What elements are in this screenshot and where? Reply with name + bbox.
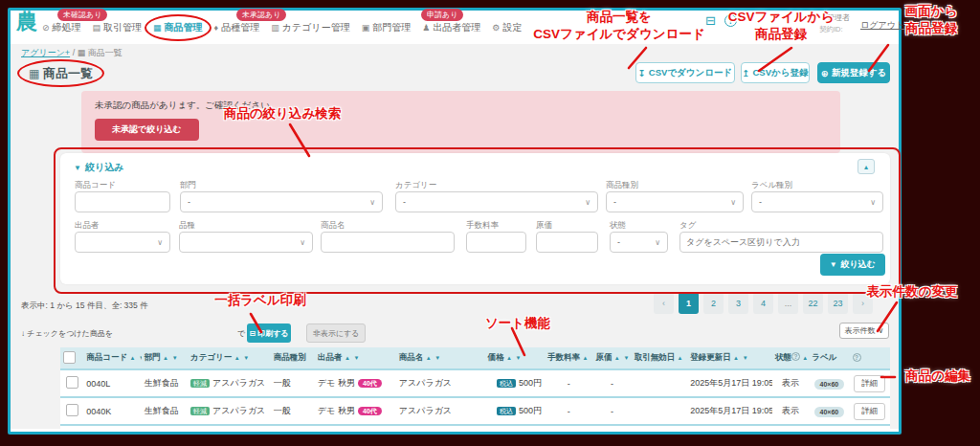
- cell-type: 一般: [271, 425, 315, 429]
- csv-download-button[interactable]: ↧CSVでダウンロード: [635, 62, 735, 83]
- nav-item-hinshu-kanri[interactable]: ♦品種管理: [214, 21, 260, 34]
- printer-icon[interactable]: ⊟: [705, 14, 716, 27]
- seller-select[interactable]: ∨: [75, 232, 170, 253]
- breadcrumb-separator: /: [73, 48, 76, 57]
- sort-icons[interactable]: ▲ ▼: [426, 355, 442, 361]
- nav-item-settings[interactable]: ⚙設定: [492, 21, 522, 34]
- field-label: ラベル種別: [751, 180, 792, 191]
- result-count-text: 表示中: 1 から 15 件目、全: 335 件: [21, 301, 148, 312]
- sort-icons[interactable]: ▲ ▼: [234, 355, 251, 361]
- filter-unapproved-button[interactable]: 未承認で絞り込む: [95, 119, 199, 141]
- department-select[interactable]: -∨: [180, 191, 383, 212]
- nav-item-shohin-kanri[interactable]: ▦商品管理: [153, 21, 203, 34]
- cell-invalid-date: [632, 425, 687, 429]
- field-label: 品種: [179, 220, 195, 232]
- table-row[interactable]: 0040L 生鮮食品 軽減アスパラガス 一般 デモ 秋男40代 アスパラガス 税…: [60, 369, 890, 397]
- variety-select[interactable]: ∨: [179, 232, 313, 253]
- cell-updated: 2025年5月17日 19:04: [687, 425, 772, 429]
- sort-icons[interactable]: ▲ ▼: [614, 355, 631, 361]
- logout-link[interactable]: ログアウト: [860, 19, 904, 32]
- people-icon: ♟: [422, 23, 430, 33]
- pagination-page-23[interactable]: 23: [828, 292, 848, 314]
- field-label: 商品種別: [606, 180, 638, 191]
- tags-input[interactable]: [679, 232, 883, 253]
- field-label: タグ: [679, 220, 696, 232]
- pagination-page-2[interactable]: 2: [703, 292, 724, 314]
- cell-name: いちごさん: [396, 425, 485, 429]
- nav-item-category-kanri[interactable]: ▥カテゴリー管理: [271, 21, 349, 34]
- select-all-checkbox[interactable]: [63, 351, 76, 364]
- annotation-circle-title: ▦ 商品一覧: [17, 59, 104, 87]
- col-header-type: 商品種別: [271, 347, 315, 369]
- table-row[interactable]: 0040K 生鮮食品 軽減アスパラガス 一般 デモ 秋男40代 アスパラガス 税…: [60, 397, 890, 425]
- status-select[interactable]: -∨: [610, 232, 668, 253]
- nav-label: 出品者管理: [433, 21, 480, 34]
- col-header-department: 部門 ▲ ▼: [142, 347, 188, 369]
- bulk-hide-button[interactable]: 非表示にする: [306, 323, 366, 343]
- category-select[interactable]: -∨: [395, 191, 598, 212]
- sort-icons[interactable]: ▲ ▼: [678, 355, 688, 361]
- sort-icons[interactable]: ▲ ▼: [506, 355, 523, 361]
- breadcrumb: アグリーン+ / ▦ 商品一覧: [21, 47, 122, 59]
- clock-icon: ⊘: [42, 23, 50, 33]
- nav-label: 商品管理: [165, 21, 203, 34]
- nav-item-shuppinsha-kanri[interactable]: ♟出品者管理: [422, 21, 480, 34]
- label-type-select[interactable]: -∨: [751, 191, 883, 212]
- cell-cost: -: [592, 369, 631, 397]
- list-icon: ▤: [93, 23, 101, 33]
- collapse-panel-button[interactable]: ▴: [858, 159, 875, 174]
- sort-icons[interactable]: ▲ ▼: [733, 355, 749, 361]
- csv-upload-button[interactable]: ↥CSVから登録: [741, 62, 810, 83]
- fee-rate-input[interactable]: [466, 232, 526, 253]
- col-header-label: ラベル: [809, 347, 849, 369]
- cell-name: アスパラガス: [396, 397, 485, 425]
- filter-panel-title: ▼絞り込み: [74, 161, 123, 174]
- breadcrumb-home-link[interactable]: アグリーン+: [21, 48, 70, 57]
- nav-item-torihiki-kanri[interactable]: ▤取引管理: [93, 21, 143, 34]
- cell-updated: 2025年5月17日 19:05: [687, 369, 772, 397]
- sort-icons[interactable]: ▲ ▼: [163, 355, 179, 361]
- pagination-page-1[interactable]: 1: [679, 292, 699, 314]
- cell-detail: 詳細: [850, 369, 890, 397]
- badge-application: 申請あり: [421, 9, 463, 21]
- cost-input[interactable]: [536, 232, 598, 253]
- page-size-button[interactable]: 表示件数∨: [839, 323, 889, 339]
- help-icon: ?: [853, 353, 861, 362]
- bulk-print-button[interactable]: ⊟印刷する: [247, 323, 291, 343]
- detail-button[interactable]: 詳細: [854, 375, 885, 392]
- register-new-button[interactable]: ⊕新規登録する: [817, 62, 890, 83]
- cell-detail: 詳細: [850, 397, 890, 425]
- nav-item-shime-shori[interactable]: ⊘締処理: [42, 21, 81, 34]
- pagination-next-button[interactable]: ›: [853, 292, 873, 314]
- sort-icons[interactable]: ▲ ▼: [802, 355, 809, 361]
- product-type-select[interactable]: -∨: [606, 191, 744, 212]
- field-label: 状態: [610, 220, 626, 232]
- pagination-page-3[interactable]: 3: [728, 292, 748, 314]
- cell-cost: -: [592, 397, 631, 425]
- pagination-page-22[interactable]: 22: [803, 292, 823, 314]
- help-icon[interactable]: ?: [724, 14, 737, 27]
- cell-department: 生鮮食品: [142, 425, 188, 429]
- pagination-page-4[interactable]: 4: [753, 292, 773, 314]
- field-label: 商品名: [321, 220, 345, 232]
- table-row[interactable]: 0040G 生鮮食品 軽減いちご 一般 デモ 秋男40代 いちごさん 税込540…: [60, 425, 890, 429]
- badge-unapproved: 未承認あり: [236, 9, 286, 21]
- sort-icons[interactable]: ▲ ▼: [129, 355, 141, 361]
- pagination-prev-button[interactable]: ‹: [654, 292, 674, 314]
- product-name-input[interactable]: [321, 232, 455, 253]
- row-checkbox[interactable]: [66, 404, 78, 416]
- cell-code: 0040L: [83, 369, 141, 397]
- cell-name: アスパラガス: [396, 369, 485, 397]
- row-checkbox[interactable]: [66, 376, 78, 389]
- sort-icons[interactable]: ▲ ▼: [345, 355, 361, 361]
- detail-button[interactable]: 詳細: [854, 403, 885, 420]
- plus-circle-icon: ⊕: [821, 68, 829, 78]
- user-role-label: 管理者: [827, 12, 850, 23]
- sort-icons[interactable]: ▲ ▼: [582, 355, 592, 361]
- nav-item-bumon-kanri[interactable]: ▣部門管理: [362, 21, 412, 34]
- filter-submit-button[interactable]: ▼絞り込む: [820, 254, 885, 276]
- product-code-input[interactable]: [75, 191, 170, 212]
- chevron-down-icon: ∨: [730, 198, 736, 207]
- cell-invalid-date: [632, 397, 687, 425]
- cell-status: 表示: [772, 425, 809, 429]
